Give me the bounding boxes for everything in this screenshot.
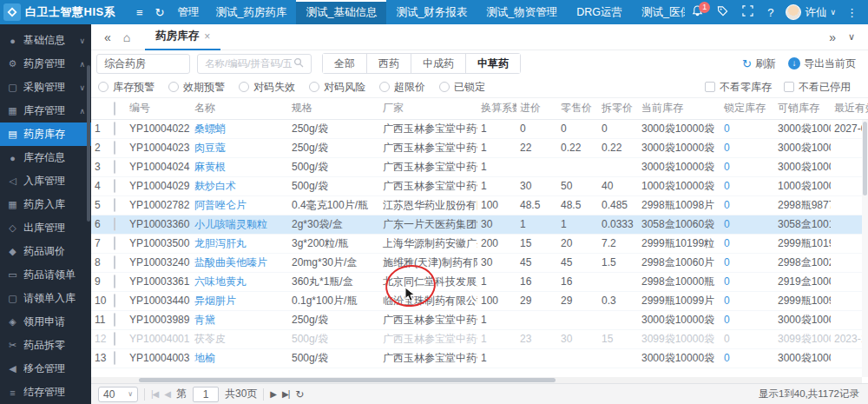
horizontal-scrollbar[interactable] <box>91 377 862 383</box>
cell-locked-stock[interactable]: 0 <box>720 138 774 157</box>
sidebar-item[interactable]: ▭ 药品请领单 <box>0 263 91 287</box>
cell-locked-stock[interactable]: 0 <box>720 176 774 195</box>
filter-radio[interactable]: 对码失效 <box>239 80 295 95</box>
top-nav-tab[interactable]: 测试_基础信息 <box>296 0 386 24</box>
collapse-sidebar-icon[interactable]: ≡ <box>130 6 149 19</box>
prev-page-button[interactable]: ◀ <box>164 389 170 399</box>
filter-radio[interactable]: 已锁定 <box>439 80 485 95</box>
user-menu-caret-icon[interactable]: ∨ <box>826 8 839 17</box>
cell-locked-stock[interactable]: 0 <box>720 215 774 234</box>
table-row[interactable]: 1 YP10004022 桑螵蛸 250g/袋 广西玉林参宝堂中药饮片有... … <box>91 119 868 138</box>
table-row[interactable]: 11 YP10003989 青黛 250g/袋 广西玉林参宝堂中药饮片有... … <box>91 310 868 329</box>
sidebar-item[interactable]: ≡ 结存管理 <box>0 381 91 404</box>
table-row[interactable]: 13 YP10004003 地榆 500g/袋 广西玉林参宝堂中药饮片有... … <box>91 348 868 368</box>
top-nav-tab[interactable]: 测试_物资管理 <box>477 0 567 24</box>
cell-locked-stock[interactable]: 0 <box>720 310 774 329</box>
tag-icon[interactable] <box>710 5 735 19</box>
cell-locked-stock[interactable]: 0 <box>720 272 774 291</box>
drug-type-button[interactable]: 中成药 <box>411 54 466 73</box>
top-nav-tab[interactable]: DRG运营 <box>567 0 632 24</box>
top-nav-tab[interactable]: 测试_药房药库 <box>207 0 297 24</box>
sidebar-item[interactable]: ▤ 药房库存 <box>0 123 91 146</box>
more-menu-icon[interactable]: ⋮ <box>839 6 865 19</box>
cell-name[interactable]: 异烟肼片 <box>191 291 288 310</box>
page-number-input[interactable] <box>193 387 219 402</box>
row-checkbox[interactable] <box>110 215 126 234</box>
sidebar-item[interactable]: ✂ 药品拆零 <box>0 334 91 357</box>
user-name[interactable]: 许仙 <box>805 5 826 20</box>
cell-name[interactable]: 桑螵蛸 <box>191 119 288 138</box>
tabs-back-icon[interactable]: « <box>98 30 117 44</box>
page-size-select[interactable]: 40 ∨ <box>98 387 138 402</box>
drug-type-button[interactable]: 全部 <box>323 54 367 73</box>
table-row[interactable]: 4 YP10004029 麸炒白术 500g/袋 广西玉林参宝堂中药饮片有...… <box>91 176 868 195</box>
cell-name[interactable]: 麸炒白术 <box>191 176 288 195</box>
row-checkbox[interactable] <box>110 291 126 310</box>
cell-locked-stock[interactable]: 0 <box>720 291 774 310</box>
row-checkbox[interactable] <box>110 176 126 195</box>
sidebar-item[interactable]: ▦ 库存管理 ∧ <box>0 99 91 123</box>
sidebar-item[interactable]: ▦ 药房入库 <box>0 193 91 216</box>
filter-radio[interactable]: 效期预警 <box>168 80 225 95</box>
cell-name[interactable]: 茯苓皮 <box>191 329 288 348</box>
cell-locked-stock[interactable]: 0 <box>720 329 774 348</box>
table-row[interactable]: 5 YP10002782 阿普唑仑片 0.4毫克100片/瓶 江苏恩华药业股份有… <box>91 195 868 215</box>
nav-manage[interactable]: 管理 <box>171 5 207 20</box>
help-icon[interactable]: ? <box>760 6 780 19</box>
row-checkbox[interactable] <box>110 234 126 253</box>
sidebar-item[interactable]: ▢ 采购管理 ∨ <box>0 76 91 99</box>
search-input[interactable] <box>205 58 292 69</box>
filter-radio[interactable]: 超限价 <box>379 80 425 95</box>
filter-checkbox[interactable]: 不看已停用 <box>784 80 851 95</box>
refresh-button[interactable]: ↻ 刷新 <box>742 56 776 71</box>
filter-radio[interactable]: 对码风险 <box>309 80 365 95</box>
tabs-menu-caret-icon[interactable]: ∨ <box>842 31 861 43</box>
refresh-page-icon[interactable]: ↻ <box>149 6 171 19</box>
sidebar-item[interactable]: ● 库存信息 <box>0 146 91 169</box>
cell-name[interactable]: 地榆 <box>191 348 288 368</box>
cell-name[interactable]: 肉豆蔻 <box>191 138 288 157</box>
sidebar-item[interactable]: ◀ 移仓管理 <box>0 357 91 381</box>
table-row[interactable]: 6 YP10003360 小儿咳喘灵颗粒 2g*30袋/盒 广东一片天医药集团制… <box>91 215 868 234</box>
select-all-checkbox[interactable] <box>110 98 126 119</box>
row-checkbox[interactable] <box>110 272 126 291</box>
cell-name[interactable]: 麻黄根 <box>191 157 288 176</box>
filter-checkbox[interactable]: 不看零库存 <box>705 80 772 95</box>
cell-name[interactable]: 六味地黄丸 <box>191 272 288 291</box>
row-checkbox[interactable] <box>110 119 126 138</box>
sidebar-item[interactable]: ◆ 药品调价 <box>0 240 91 263</box>
table-row[interactable]: 10 YP10003440 异烟肼片 0.1g*100片/瓶 临汾宝珠制药有限公… <box>91 291 868 310</box>
cell-name[interactable]: 青黛 <box>191 310 288 329</box>
cell-name[interactable]: 盐酸曲美他嗪片 <box>191 253 288 272</box>
sidebar-item[interactable]: ◁ 入库管理 <box>0 169 91 193</box>
filter-radio[interactable]: 库存预警 <box>98 80 155 95</box>
table-row[interactable]: 2 YP10004023 肉豆蔻 250g/袋 广西玉林参宝堂中药饮片有... … <box>91 138 868 157</box>
cell-locked-stock[interactable]: 0 <box>720 195 774 215</box>
reload-grid-icon[interactable]: ↻ <box>295 388 303 401</box>
cell-locked-stock[interactable]: 0 <box>720 157 774 176</box>
row-checkbox[interactable] <box>110 310 126 329</box>
sidebar-item[interactable]: ▢ 请领单入库 <box>0 287 91 310</box>
next-page-button[interactable]: ▶ <box>270 389 276 399</box>
sidebar-scrollbar[interactable] <box>87 65 90 222</box>
sidebar-item[interactable]: ◇ 出库管理 <box>0 216 91 240</box>
last-page-button[interactable]: ▶| <box>282 389 289 399</box>
warehouse-select[interactable]: 综合药房 <box>96 54 190 74</box>
row-checkbox[interactable] <box>110 195 126 215</box>
cell-locked-stock[interactable]: 0 <box>720 348 774 368</box>
first-page-button[interactable]: |◀ <box>151 389 158 399</box>
fullscreen-icon[interactable] <box>735 5 760 19</box>
user-avatar[interactable] <box>786 4 801 20</box>
row-checkbox[interactable] <box>110 157 126 176</box>
drug-type-button[interactable]: 西药 <box>367 54 411 73</box>
table-row[interactable]: 3 YP10004024 麻黄根 500g/袋 广西玉林参宝堂中药饮片有... … <box>91 157 868 176</box>
cell-locked-stock[interactable]: 0 <box>720 119 774 138</box>
cell-name[interactable]: 龙胆泻肝丸 <box>191 234 288 253</box>
row-checkbox[interactable] <box>110 348 126 368</box>
tab-close-icon[interactable]: × <box>204 30 210 43</box>
top-nav-tab[interactable]: 测试_财务报表 <box>386 0 477 24</box>
cell-locked-stock[interactable]: 0 <box>720 253 774 272</box>
cell-name[interactable]: 阿普唑仑片 <box>191 195 288 215</box>
tab-pharmacy-stock[interactable]: 药房库存 × <box>145 24 220 50</box>
table-row[interactable]: 9 YP10003361 六味地黄丸 360丸*1瓶/盒 北京同仁堂科技发展股份… <box>91 272 868 291</box>
